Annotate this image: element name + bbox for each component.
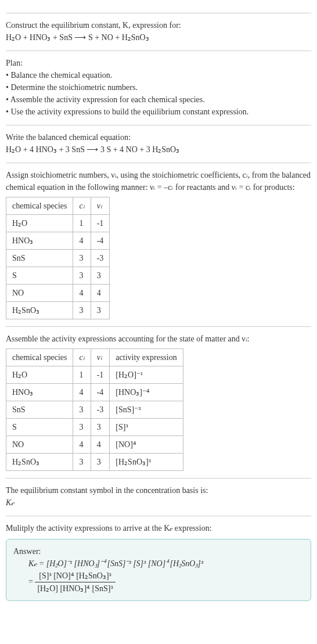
symbol-text: The equilibrium constant symbol in the c…: [6, 484, 311, 497]
plan-item: • Determine the stoichiometric numbers.: [6, 81, 311, 93]
answer-fraction: [S]³ [NO]⁴ [H₂SnO₃]³ [H₂O] [HNO₃]⁴ [SnS]…: [35, 570, 115, 595]
table-cell: SnS: [6, 250, 73, 267]
table-header: chemical species: [6, 197, 73, 215]
table-cell: 4: [73, 232, 91, 250]
table-cell: 3: [73, 419, 91, 436]
table-cell: 3: [91, 302, 110, 319]
table-cell: 4: [91, 285, 110, 302]
plan-item: • Assemble the activity expression for e…: [6, 93, 311, 106]
plan-item-text: Use the activity expressions to build th…: [10, 107, 248, 116]
balanced-section: Write the balanced chemical equation: H₂…: [6, 125, 311, 156]
table-cell: -1: [91, 366, 110, 384]
table-row: H₂SnO₃33[H₂SnO₃]³: [6, 454, 183, 471]
table-row: SnS3-3[SnS]⁻³: [6, 401, 183, 419]
plan-section: Plan: • Balance the chemical equation. •…: [6, 51, 311, 118]
table-cell: 4: [73, 384, 91, 401]
table-cell: [H₂SnO₃]³: [110, 454, 183, 471]
answer-line1: K𝒸 = [H₂O]⁻¹ [HNO₃]⁻⁴ [SnS]⁻³ [S]³ [NO]⁴…: [13, 557, 304, 570]
table-row: H₂O1-1: [6, 215, 110, 232]
table-row: S33: [6, 267, 110, 285]
table-cell: -3: [91, 250, 110, 267]
table-cell: -3: [91, 401, 110, 419]
plan-item: • Balance the chemical equation.: [6, 69, 311, 81]
table-header: chemical species: [6, 349, 73, 366]
table-cell: 3: [91, 267, 110, 285]
table-cell: [SnS]⁻³: [110, 401, 183, 419]
table-cell: 4: [73, 285, 91, 302]
activity-table: chemical species cᵢ νᵢ activity expressi…: [6, 348, 183, 471]
table-row: HNO₃4-4: [6, 232, 110, 250]
table-cell: [NO]⁴: [110, 436, 183, 454]
balanced-equation: H₂O + 4 HNO₃ + 3 SnS ⟶ 3 S + 4 NO + 3 H₂…: [6, 143, 311, 156]
table-row: S33[S]³: [6, 419, 183, 436]
table-cell: 4: [73, 436, 91, 454]
table-row: H₂SnO₃33: [6, 302, 110, 319]
table-header-row: chemical species cᵢ νᵢ activity expressi…: [6, 349, 183, 366]
table-cell: 3: [73, 401, 91, 419]
answer-numerator: [S]³ [NO]⁴ [H₂SnO₃]³: [35, 570, 115, 582]
activity-section: Assemble the activity expressions accoun…: [6, 326, 311, 471]
stoich-section: Assign stoichiometric numbers, νᵢ, using…: [6, 163, 311, 319]
table-cell: 4: [91, 436, 110, 454]
table-cell: HNO₃: [6, 232, 73, 250]
balanced-heading: Write the balanced chemical equation:: [6, 131, 311, 143]
table-cell: H₂SnO₃: [6, 454, 73, 471]
intro-equation: H₂O + HNO₃ + SnS ⟶ S + NO + H₂SnO₃: [6, 31, 311, 44]
table-cell: H₂O: [6, 215, 73, 232]
table-cell: 3: [73, 267, 91, 285]
activity-text: Assemble the activity expressions accoun…: [6, 333, 311, 345]
table-row: NO44[NO]⁴: [6, 436, 183, 454]
answer-eq-prefix: =: [28, 577, 35, 586]
table-header: activity expression: [110, 349, 183, 366]
table-header-row: chemical species cᵢ νᵢ: [6, 197, 110, 215]
intro-section: Construct the equilibrium constant, K, e…: [6, 13, 311, 44]
table-cell: -1: [91, 215, 110, 232]
table-cell: H₂O: [6, 366, 73, 384]
plan-heading: Plan:: [6, 57, 311, 69]
table-header: νᵢ: [91, 197, 110, 215]
answer-box: Answer: K𝒸 = [H₂O]⁻¹ [HNO₃]⁻⁴ [SnS]⁻³ [S…: [6, 539, 311, 601]
stoich-table: chemical species cᵢ νᵢ H₂O1-1 HNO₃4-4 Sn…: [6, 197, 110, 319]
table-cell: 3: [91, 454, 110, 471]
plan-item-text: Balance the chemical equation.: [10, 71, 112, 80]
answer-label: Answer:: [13, 545, 304, 557]
table-cell: 1: [73, 215, 91, 232]
table-cell: S: [6, 267, 73, 285]
table-cell: NO: [6, 285, 73, 302]
stoich-text: Assign stoichiometric numbers, νᵢ, using…: [6, 169, 311, 193]
symbol-section: The equilibrium constant symbol in the c…: [6, 478, 311, 509]
table-cell: HNO₃: [6, 384, 73, 401]
table-cell: -4: [91, 232, 110, 250]
plan-item: • Use the activity expressions to build …: [6, 106, 311, 118]
table-cell: S: [6, 419, 73, 436]
table-row: HNO₃4-4[HNO₃]⁻⁴: [6, 384, 183, 401]
table-cell: [S]³: [110, 419, 183, 436]
multiply-text: Mulitply the activity expressions to arr…: [6, 522, 311, 534]
intro-line1: Construct the equilibrium constant, K, e…: [6, 19, 311, 31]
plan-item-text: Determine the stoichiometric numbers.: [10, 83, 138, 92]
table-cell: -4: [91, 384, 110, 401]
answer-denominator: [H₂O] [HNO₃]⁴ [SnS]³: [35, 582, 115, 595]
answer-line2: = [S]³ [NO]⁴ [H₂SnO₃]³ [H₂O] [HNO₃]⁴ [Sn…: [13, 570, 304, 595]
table-cell: 1: [73, 366, 91, 384]
table-cell: 3: [73, 250, 91, 267]
table-cell: SnS: [6, 401, 73, 419]
table-header: cᵢ: [73, 197, 91, 215]
plan-item-text: Assemble the activity expression for eac…: [10, 95, 205, 104]
table-cell: NO: [6, 436, 73, 454]
table-cell: H₂SnO₃: [6, 302, 73, 319]
symbol-value: K𝒸: [6, 497, 311, 509]
table-row: SnS3-3: [6, 250, 110, 267]
table-cell: [HNO₃]⁻⁴: [110, 384, 183, 401]
table-cell: 3: [91, 419, 110, 436]
table-row: H₂O1-1[H₂O]⁻¹: [6, 366, 183, 384]
table-header: cᵢ: [73, 349, 91, 366]
table-cell: 3: [73, 454, 91, 471]
table-cell: 3: [73, 302, 91, 319]
table-header: νᵢ: [91, 349, 110, 366]
multiply-section: Mulitply the activity expressions to arr…: [6, 516, 311, 601]
table-row: NO44: [6, 285, 110, 302]
table-cell: [H₂O]⁻¹: [110, 366, 183, 384]
